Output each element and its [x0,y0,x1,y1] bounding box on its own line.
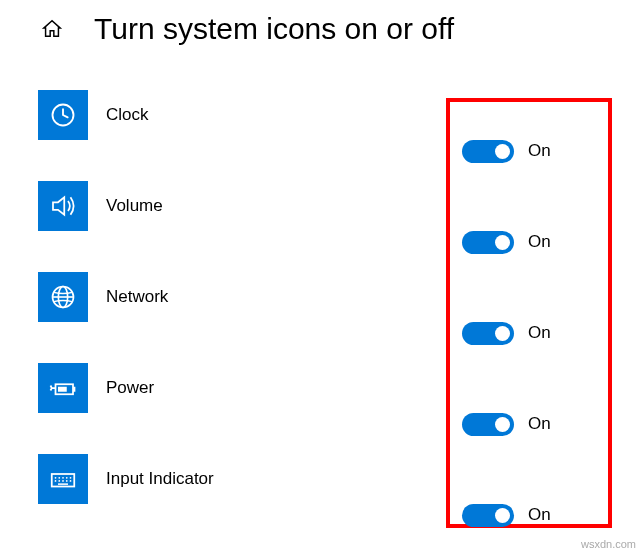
input-indicator-toggle[interactable] [462,504,514,527]
volume-icon [48,191,78,221]
watermark: wsxdn.com [581,538,636,550]
svg-point-8 [55,477,57,479]
svg-rect-18 [58,483,68,485]
svg-point-16 [66,480,68,482]
volume-tile [38,181,88,231]
toggle-row: On [450,126,608,176]
toggle-row: On [450,490,608,540]
svg-point-17 [70,480,72,482]
svg-point-13 [55,480,57,482]
toggle-row: On [450,217,608,267]
toggle-state-label: On [528,232,551,252]
svg-rect-5 [58,387,67,392]
svg-point-12 [70,477,72,479]
clock-toggle[interactable] [462,140,514,163]
toggle-state-label: On [528,323,551,343]
power-tile [38,363,88,413]
toggle-state-label: On [528,505,551,525]
network-toggle[interactable] [462,322,514,345]
home-icon [41,18,63,40]
page-title: Turn system icons on or off [94,12,454,46]
volume-toggle[interactable] [462,231,514,254]
header: Turn system icons on or off [0,0,644,54]
svg-point-14 [58,480,60,482]
keyboard-icon [48,464,78,494]
svg-point-10 [62,477,64,479]
toggle-row: On [450,308,608,358]
keyboard-tile [38,454,88,504]
clock-tile [38,90,88,140]
toggle-row: On [450,399,608,449]
home-button[interactable] [38,15,66,43]
toggle-state-label: On [528,414,551,434]
power-icon [48,373,78,403]
power-toggle[interactable] [462,413,514,436]
svg-point-15 [62,480,64,482]
network-tile [38,272,88,322]
toggle-state-label: On [528,141,551,161]
svg-point-9 [58,477,60,479]
globe-icon [49,283,77,311]
svg-point-11 [66,477,68,479]
toggle-highlight-box: On On On On On [446,98,612,528]
clock-icon [49,101,77,129]
